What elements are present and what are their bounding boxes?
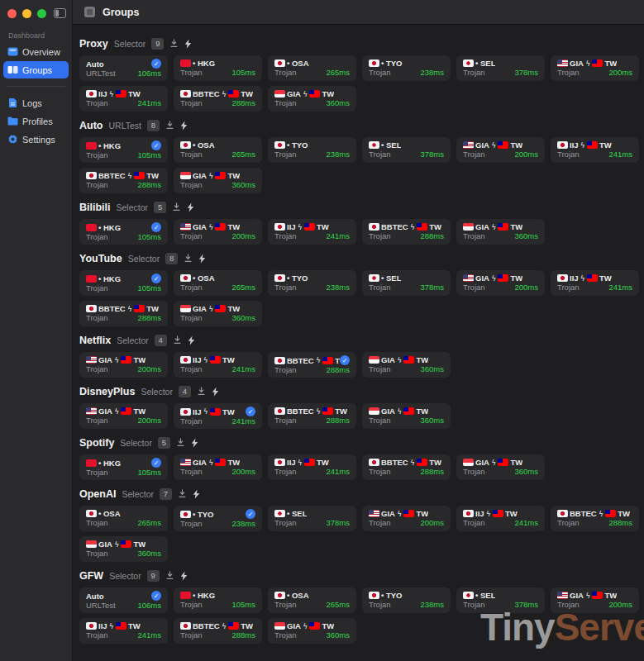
flag-jp-icon	[180, 356, 191, 364]
proxy-card-iij[interactable]: IIJϟTWTrojan241ms	[268, 219, 356, 245]
proxy-card-gia2[interactable]: GIAϟTWTrojan360ms	[362, 403, 451, 429]
latency-test-icon[interactable]	[165, 121, 174, 130]
sidebar-item-label: Groups	[22, 65, 52, 75]
proxy-protocol: Trojan	[86, 313, 108, 322]
proxy-card-tyo[interactable]: • TYOTrojan238ms	[362, 55, 451, 81]
proxy-card-bbtec[interactable]: BBTECϟTWTrojan288ms	[362, 454, 451, 480]
proxy-card-osa[interactable]: • OSATrojan265ms	[268, 587, 356, 613]
proxy-card-gia[interactable]: GIAϟTWTrojan200ms	[456, 270, 545, 296]
flag-jp-icon	[86, 90, 97, 97]
proxy-card-bbtec[interactable]: BBTECϟTWTrojan288ms	[174, 86, 262, 112]
speed-test-icon[interactable]	[198, 254, 206, 264]
speed-test-icon[interactable]	[184, 39, 192, 49]
proxy-card-gia[interactable]: GIAϟTWTrojan200ms	[551, 55, 639, 81]
proxy-card-bbtec[interactable]: BBTECϟTW✓Trojan288ms	[268, 352, 356, 378]
proxy-card-iij[interactable]: IIJϟTWTrojan241ms	[551, 137, 639, 163]
proxy-card-iij[interactable]: IIJϟTWTrojan241ms	[79, 86, 168, 112]
proxy-card-osa[interactable]: • OSATrojan265ms	[174, 270, 262, 296]
relay-separator: ϟ	[209, 172, 213, 180]
proxy-card-gia2[interactable]: GIAϟTWTrojan360ms	[174, 301, 262, 326]
proxy-card-hkg[interactable]: • HKG✓Trojan105ms	[79, 270, 168, 296]
zoom-button[interactable]	[37, 9, 46, 18]
proxy-card-gia[interactable]: GIAϟTWTrojan200ms	[174, 454, 262, 480]
proxy-card-gia[interactable]: GIAϟTWTrojan200ms	[456, 137, 545, 163]
proxy-card-hkg[interactable]: • HKG✓Trojan105ms	[79, 454, 168, 480]
proxy-card-gia[interactable]: GIAϟTWTrojan200ms	[79, 403, 168, 429]
proxy-card-gia2[interactable]: GIAϟTWTrojan360ms	[456, 454, 545, 480]
proxy-card-bbtec[interactable]: BBTECϟTWTrojan288ms	[79, 301, 168, 326]
speed-test-icon[interactable]	[187, 202, 194, 212]
flag-us-icon	[557, 592, 568, 599]
latency-test-icon[interactable]	[197, 387, 206, 396]
proxy-name: • SEL	[463, 591, 495, 600]
proxy-card-gia[interactable]: GIAϟTWTrojan200ms	[362, 506, 451, 531]
proxy-card-auto[interactable]: Auto✓URLTest106ms	[79, 587, 168, 613]
proxy-protocol: Trojan	[86, 364, 108, 373]
proxy-card-hkg[interactable]: • HKG✓Trojan105ms	[79, 219, 168, 245]
proxy-card-osa[interactable]: • OSATrojan265ms	[79, 506, 168, 531]
sidebar-item-profiles[interactable]: Profiles	[3, 112, 69, 130]
speed-test-icon[interactable]	[191, 438, 198, 448]
proxy-card-osa[interactable]: • OSATrojan265ms	[268, 55, 356, 81]
proxy-card-tyo[interactable]: • TYOTrojan238ms	[268, 137, 356, 163]
latency-test-icon[interactable]	[165, 571, 174, 580]
latency-test-icon[interactable]	[169, 39, 179, 48]
latency-test-icon[interactable]	[173, 335, 182, 345]
proxy-card-gia[interactable]: GIAϟTWTrojan200ms	[79, 352, 168, 378]
proxy-card-osa[interactable]: • OSATrojan265ms	[174, 137, 262, 163]
close-button[interactable]	[7, 9, 17, 18]
proxy-latency: 288ms	[231, 98, 255, 107]
proxy-card-gia2[interactable]: GIAϟTWTrojan360ms	[456, 219, 545, 245]
proxy-latency: 360ms	[514, 231, 538, 240]
proxy-card-bbtec[interactable]: BBTECϟTWTrojan288ms	[268, 403, 356, 429]
proxy-card-tyo[interactable]: • TYO✓Trojan238ms	[174, 506, 262, 531]
proxy-card-tyo[interactable]: • TYOTrojan238ms	[362, 587, 451, 613]
proxy-card-gia2[interactable]: GIAϟTWTrojan360ms	[79, 536, 168, 562]
proxy-card-gia2[interactable]: GIAϟTWTrojan360ms	[268, 86, 356, 112]
sidebar-toggle-icon[interactable]	[54, 7, 66, 21]
proxy-card-iij[interactable]: IIJϟTW✓Trojan241ms	[174, 403, 262, 429]
speed-test-icon[interactable]	[180, 121, 188, 131]
proxy-card-gia2[interactable]: GIAϟTWTrojan360ms	[174, 168, 262, 193]
speed-test-icon[interactable]	[193, 489, 200, 499]
sidebar-item-settings[interactable]: Settings	[3, 131, 69, 148]
latency-test-icon[interactable]	[172, 202, 181, 212]
proxy-card-iij[interactable]: IIJϟTWTrojan241ms	[268, 454, 356, 480]
latency-test-icon[interactable]	[178, 489, 187, 498]
proxy-latency: 288ms	[608, 518, 632, 527]
proxy-card-gia[interactable]: GIAϟTWTrojan200ms	[174, 219, 262, 245]
selected-check-icon: ✓	[246, 407, 255, 416]
speed-test-icon[interactable]	[212, 387, 219, 397]
proxy-card-hkg[interactable]: • HKGTrojan105ms	[174, 55, 262, 81]
proxy-card-iij[interactable]: IIJϟTWTrojan241ms	[551, 270, 639, 296]
proxy-card-sel[interactable]: • SELTrojan378ms	[362, 137, 451, 163]
proxy-card-sel[interactable]: • SELTrojan378ms	[268, 506, 356, 531]
proxy-card-gia[interactable]: GIAϟTWTrojan200ms	[551, 587, 639, 613]
proxy-card-sel[interactable]: • SELTrojan378ms	[362, 270, 451, 296]
proxy-card-iij[interactable]: IIJϟTWTrojan241ms	[174, 352, 262, 378]
proxy-card-iij[interactable]: IIJϟTWTrojan241ms	[456, 506, 545, 531]
sidebar-item-overview[interactable]: Overview	[3, 43, 69, 60]
proxy-card-gia2[interactable]: GIAϟTWTrojan360ms	[362, 352, 451, 378]
proxy-card-bbtec[interactable]: BBTECϟTWTrojan288ms	[362, 219, 451, 245]
proxy-card-bbtec[interactable]: BBTECϟTWTrojan288ms	[79, 168, 168, 193]
latency-test-icon[interactable]	[184, 254, 193, 263]
speed-test-icon[interactable]	[188, 335, 195, 345]
flag-tw-icon	[592, 592, 603, 599]
speed-test-icon[interactable]	[180, 571, 188, 581]
sidebar-item-logs[interactable]: Logs	[3, 94, 69, 112]
proxy-card-gia2[interactable]: GIAϟTWTrojan360ms	[268, 618, 356, 644]
latency-test-icon[interactable]	[176, 438, 185, 447]
proxy-card-hkg[interactable]: • HKG✓Trojan105ms	[79, 137, 168, 163]
proxy-card-bbtec[interactable]: BBTECϟTWTrojan288ms	[174, 618, 262, 644]
proxy-card-sel[interactable]: • SELTrojan378ms	[456, 587, 545, 613]
proxy-card-auto[interactable]: Auto✓URLTest106ms	[79, 55, 168, 81]
group-header: AutoURLTest8	[79, 119, 644, 131]
sidebar-item-groups[interactable]: Groups	[3, 61, 69, 78]
proxy-card-bbtec[interactable]: BBTECϟTWTrojan288ms	[551, 506, 639, 531]
proxy-card-hkg[interactable]: • HKGTrojan105ms	[174, 587, 262, 613]
minimize-button[interactable]	[22, 9, 31, 18]
proxy-card-iij[interactable]: IIJϟTWTrojan241ms	[79, 618, 168, 644]
proxy-card-tyo[interactable]: • TYOTrojan238ms	[268, 270, 356, 296]
proxy-card-sel[interactable]: • SELTrojan378ms	[456, 55, 545, 81]
